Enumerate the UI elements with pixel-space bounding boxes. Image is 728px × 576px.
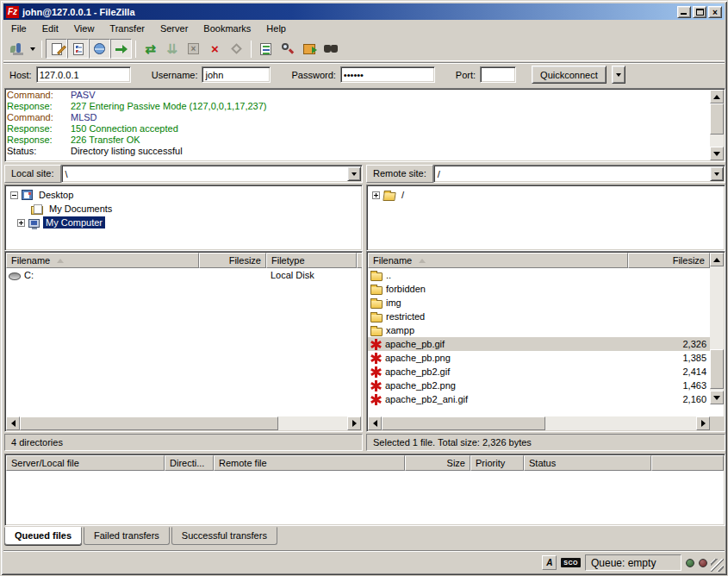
quickconnect-button[interactable]: Quickconnect: [532, 66, 607, 84]
search-button[interactable]: [277, 39, 298, 59]
log-scrollbar[interactable]: [710, 90, 724, 160]
resize-grip[interactable]: [711, 559, 724, 572]
menu-file[interactable]: File: [3, 22, 34, 35]
image-file-icon: [375, 380, 377, 391]
username-label: Username:: [152, 70, 198, 80]
scroll-down-button[interactable]: [710, 391, 724, 404]
file-row[interactable]: apache_pb2.gif 2,414: [368, 365, 711, 379]
scrollbar-corner: [710, 416, 724, 430]
scroll-up-button[interactable]: [710, 253, 724, 266]
remote-list-vscrollbar[interactable]: [710, 253, 724, 404]
local-site-label: Local site:: [4, 165, 61, 183]
file-row[interactable]: apache_pb2_ani.gif 2,160: [368, 392, 711, 406]
menu-edit[interactable]: Edit: [34, 22, 66, 35]
remote-site-combo[interactable]: /: [433, 165, 725, 183]
site-manager-dropdown[interactable]: [27, 39, 38, 59]
local-list-hscrollbar[interactable]: [6, 416, 361, 430]
process-queue-button[interactable]: ⇊: [161, 39, 183, 59]
host-input[interactable]: [36, 66, 131, 83]
filter-button[interactable]: [255, 39, 277, 59]
transfer-type-indicator[interactable]: A: [542, 555, 557, 570]
menu-help[interactable]: Help: [258, 22, 294, 35]
tree-item-root[interactable]: /: [372, 188, 725, 202]
scroll-thumb[interactable]: [20, 416, 278, 430]
username-input[interactable]: [202, 66, 271, 83]
tab-failed-transfers[interactable]: Failed transfers: [84, 527, 170, 545]
title-bar[interactable]: Fz john@127.0.0.1 - FileZilla ×: [3, 3, 725, 20]
cancel-button[interactable]: ×: [183, 39, 204, 59]
minimize-button[interactable]: [677, 6, 691, 18]
file-name: apache_pb2_ani.gif: [385, 394, 468, 404]
menu-server[interactable]: Server: [152, 22, 196, 35]
disconnect-button[interactable]: ×: [204, 39, 226, 59]
queue-column-direction[interactable]: Directi...: [165, 455, 214, 471]
log-label: Status:: [7, 146, 71, 157]
quickconnect-dropdown[interactable]: [612, 66, 625, 84]
scroll-thumb[interactable]: [710, 103, 724, 135]
remote-list-hscrollbar[interactable]: [368, 416, 710, 430]
column-header-filesize[interactable]: Filesize: [199, 253, 266, 268]
scroll-left-button[interactable]: [368, 416, 382, 430]
local-site-dropdown[interactable]: [347, 166, 361, 181]
scroll-right-button[interactable]: [696, 416, 710, 430]
folder-icon: [370, 328, 383, 336]
remote-site-dropdown[interactable]: [710, 166, 724, 181]
find-button[interactable]: [320, 39, 341, 59]
tab-queued-files[interactable]: Queued files: [4, 527, 82, 545]
collapse-icon[interactable]: [10, 191, 18, 199]
tree-item-my-documents[interactable]: My Documents: [10, 202, 362, 216]
file-row[interactable]: apache_pb.png 1,385: [368, 351, 711, 365]
file-row-selected[interactable]: apache_pb.gif 2,326: [368, 337, 711, 351]
file-row-c-drive[interactable]: C: Local Disk: [6, 268, 363, 282]
file-row[interactable]: ..: [368, 268, 711, 282]
file-row[interactable]: xampp: [368, 323, 711, 337]
tab-successful-transfers[interactable]: Successful transfers: [171, 527, 277, 545]
queue-column-size[interactable]: Size: [405, 455, 470, 471]
scroll-up-button[interactable]: [710, 90, 724, 103]
expand-icon[interactable]: [17, 219, 25, 227]
scroll-right-button[interactable]: [347, 416, 361, 430]
queue-column-server-local-file[interactable]: Server/Local file: [6, 455, 165, 471]
column-header-filename[interactable]: Filename: [6, 253, 199, 268]
maximize-button[interactable]: [693, 6, 706, 18]
refresh-button[interactable]: ⇄: [140, 39, 161, 59]
scroll-left-button[interactable]: [6, 416, 20, 430]
column-header-filesize[interactable]: Filesize: [628, 253, 710, 268]
file-size: 2,326: [633, 339, 711, 349]
file-row[interactable]: restricted: [368, 310, 711, 323]
local-site-combo[interactable]: \: [61, 165, 363, 183]
image-file-icon: [375, 339, 377, 350]
toggle-message-log-button[interactable]: [46, 39, 67, 59]
scroll-thumb[interactable]: [710, 349, 724, 389]
column-header-last-modified[interactable]: L: [357, 253, 363, 268]
queue-column-priority[interactable]: Priority: [470, 455, 524, 471]
toggle-remote-treeview-button[interactable]: [89, 39, 110, 59]
menu-transfer[interactable]: Transfer: [102, 22, 152, 35]
file-row[interactable]: img: [368, 296, 711, 310]
local-tree: Desktop My Documents My Computer: [4, 185, 363, 251]
port-input[interactable]: [480, 66, 516, 83]
reconnect-button[interactable]: [226, 39, 247, 59]
toggle-queue-button[interactable]: [110, 39, 132, 59]
column-header-filetype[interactable]: Filetype: [266, 253, 357, 268]
queue-column-status[interactable]: Status: [524, 455, 651, 471]
file-row[interactable]: apache_pb2.png 1,463: [368, 379, 711, 392]
local-status-text: 4 directories: [4, 434, 363, 451]
directory-comparison-button[interactable]: [298, 39, 320, 59]
menu-view[interactable]: View: [66, 22, 103, 35]
column-header-filename[interactable]: Filename: [368, 253, 628, 268]
tree-item-my-computer[interactable]: My Computer: [10, 216, 362, 229]
expand-icon[interactable]: [372, 191, 380, 199]
arrow-left-icon: [373, 420, 377, 427]
password-input[interactable]: [340, 66, 435, 83]
toggle-local-treeview-button[interactable]: [67, 39, 89, 59]
close-button[interactable]: ×: [708, 6, 722, 18]
tree-item-desktop[interactable]: Desktop: [10, 188, 362, 202]
queue-column-remote-file[interactable]: Remote file: [214, 455, 405, 471]
file-row[interactable]: forbidden: [368, 282, 711, 296]
file-name: restricted: [386, 311, 425, 322]
scroll-down-button[interactable]: [710, 147, 724, 160]
menu-bookmarks[interactable]: Bookmarks: [196, 22, 258, 35]
scroll-thumb[interactable]: [382, 416, 545, 430]
site-manager-button[interactable]: [5, 39, 27, 59]
